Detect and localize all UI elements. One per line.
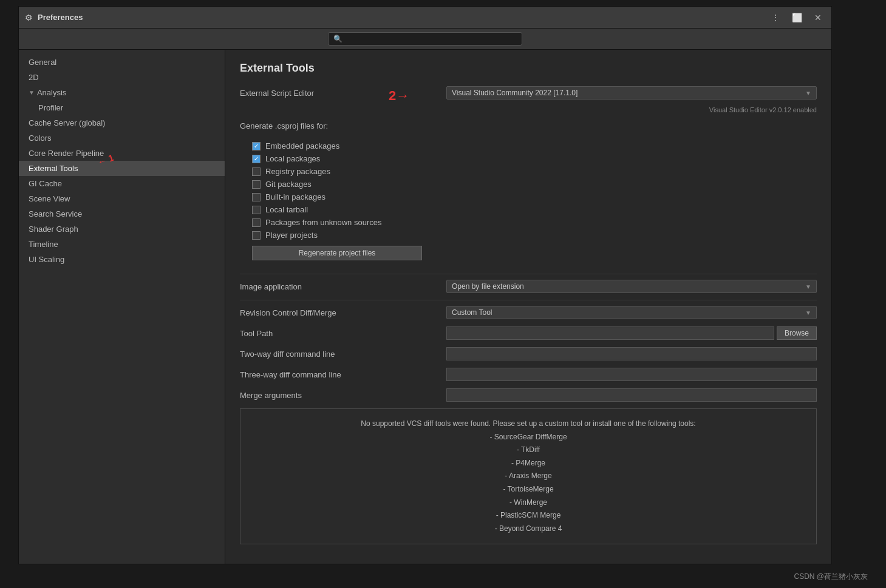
- merge-row: Merge arguments: [240, 388, 817, 402]
- revision-value: Custom Tool: [452, 308, 492, 317]
- search-bar: 🔍: [19, 29, 831, 50]
- sidebar-label-search-service: Search Service: [29, 209, 82, 218]
- sidebar-item-colors[interactable]: Colors: [19, 130, 225, 146]
- main-area: General 2D ▼ Analysis Profiler Cache Ser…: [19, 50, 831, 564]
- three-way-input[interactable]: [446, 368, 817, 381]
- sidebar-item-gi-cache[interactable]: GI Cache: [19, 176, 225, 191]
- menu-button[interactable]: ⋮: [768, 12, 783, 24]
- sidebar-item-2d[interactable]: 2D: [19, 70, 225, 85]
- check-icon: ✓: [254, 155, 259, 162]
- title-bar: ⚙ Preferences ⋮ ⬜ ✕: [19, 7, 831, 29]
- image-app-dropdown[interactable]: Open by file extension ▼: [446, 280, 817, 293]
- window-controls: ⋮ ⬜ ✕: [768, 12, 825, 24]
- revision-label: Revision Control Diff/Merge: [240, 308, 446, 317]
- info-text: No supported VCS diff tools were found. …: [253, 417, 804, 431]
- checkbox-local-row: ✓ Local packages: [240, 154, 817, 163]
- divider-2: [240, 300, 817, 300]
- checkbox-player-row: Player projects: [240, 231, 817, 240]
- checkbox-unknown[interactable]: [252, 218, 261, 227]
- close-button[interactable]: ✕: [811, 12, 825, 24]
- tool-list-item-5: - WinMerge: [253, 496, 804, 510]
- sidebar-item-search-service[interactable]: Search Service: [19, 206, 225, 221]
- check-icon: ✓: [254, 143, 259, 149]
- two-way-row: Two-way diff command line: [240, 346, 817, 361]
- checkbox-registry[interactable]: [252, 167, 261, 176]
- search-input[interactable]: [346, 35, 517, 43]
- sidebar-item-profiler[interactable]: Profiler: [19, 100, 225, 115]
- sidebar-label-scene-view: Scene View: [29, 194, 70, 203]
- two-way-control: [446, 347, 817, 360]
- merge-control: [446, 388, 817, 402]
- window-title: Preferences: [38, 13, 768, 22]
- browse-button[interactable]: Browse: [777, 326, 817, 340]
- search-icon: 🔍: [333, 35, 342, 43]
- checkbox-tarball[interactable]: [252, 206, 261, 214]
- checkbox-builtin-row: Built-in packages: [240, 192, 817, 201]
- tool-list-item-4: - TortoiseMerge: [253, 483, 804, 496]
- editor-hint: Visual Studio Editor v2.0.12 enabled: [240, 106, 817, 113]
- sidebar-label-cache-server: Cache Server (global): [29, 118, 105, 127]
- checkbox-builtin-label: Built-in packages: [265, 192, 448, 201]
- sidebar-item-cache-server[interactable]: Cache Server (global): [19, 115, 225, 130]
- sidebar-item-ui-scaling[interactable]: UI Scaling: [19, 252, 225, 267]
- two-way-input[interactable]: [446, 347, 817, 360]
- sidebar-label-analysis: Analysis: [37, 88, 66, 97]
- image-app-row: Image application Open by file extension…: [240, 279, 817, 294]
- two-way-label: Two-way diff command line: [240, 350, 446, 359]
- image-app-control: Open by file extension ▼: [446, 280, 817, 293]
- merge-input[interactable]: [446, 388, 817, 402]
- sidebar-label-gi-cache: GI Cache: [29, 179, 62, 188]
- regenerate-button[interactable]: Regenerate project files: [252, 246, 422, 260]
- external-script-editor-control: Visual Studio Community 2022 [17.1.0] ▼: [446, 86, 817, 100]
- external-script-editor-dropdown[interactable]: Visual Studio Community 2022 [17.1.0] ▼: [446, 86, 817, 100]
- dropdown-arrow-icon-2: ▼: [805, 283, 811, 290]
- revision-row: Revision Control Diff/Merge Custom Tool …: [240, 305, 817, 320]
- tool-list-item-1: - TkDiff: [253, 444, 804, 457]
- gear-icon: ⚙: [25, 13, 33, 22]
- image-app-value: Open by file extension: [452, 282, 524, 291]
- tool-list-item-3: - Araxis Merge: [253, 470, 804, 483]
- sidebar-item-analysis[interactable]: ▼ Analysis: [19, 85, 225, 100]
- sidebar-item-timeline[interactable]: Timeline: [19, 237, 225, 252]
- content-area: External Tools External Script Editor Vi…: [225, 50, 831, 564]
- revision-control: Custom Tool ▼: [446, 306, 817, 319]
- sidebar-label-profiler: Profiler: [38, 103, 63, 112]
- info-box: No supported VCS diff tools were found. …: [240, 408, 817, 544]
- three-way-label: Three-way diff command line: [240, 370, 446, 379]
- checkbox-embedded-label: Embedded packages: [265, 141, 448, 150]
- three-way-row: Three-way diff command line: [240, 367, 817, 382]
- sidebar-item-external-tools[interactable]: External Tools: [19, 161, 225, 176]
- generate-section: Generate .csproj files for: ✓ Embedded p…: [240, 121, 817, 266]
- dropdown-arrow-icon-3: ▼: [805, 309, 811, 316]
- checkbox-embedded[interactable]: ✓: [252, 142, 261, 150]
- checkbox-registry-row: Registry packages: [240, 167, 817, 176]
- sidebar-label-ui-scaling: UI Scaling: [29, 255, 64, 264]
- checkbox-player[interactable]: [252, 231, 261, 240]
- watermark: CSDN @荷兰猪小灰灰: [794, 572, 868, 582]
- maximize-button[interactable]: ⬜: [788, 12, 806, 24]
- external-script-editor-label: External Script Editor: [240, 89, 446, 98]
- checkbox-registry-label: Registry packages: [265, 167, 448, 176]
- generate-label-row: Generate .csproj files for:: [240, 121, 817, 135]
- sidebar-label-colors: Colors: [29, 133, 52, 143]
- revision-dropdown[interactable]: Custom Tool ▼: [446, 306, 817, 319]
- checkbox-local[interactable]: ✓: [252, 155, 261, 163]
- tool-path-input[interactable]: [446, 326, 774, 340]
- checkbox-embedded-row: ✓ Embedded packages: [240, 141, 817, 150]
- sidebar-item-shader-graph[interactable]: Shader Graph: [19, 221, 225, 237]
- sidebar-item-core-render[interactable]: Core Render Pipeline: [19, 146, 225, 161]
- checkbox-unknown-row: Packages from unknown sources: [240, 218, 817, 227]
- chevron-down-icon: ▼: [29, 89, 35, 96]
- checkbox-git[interactable]: [252, 180, 261, 189]
- tool-list-item-7: - Beyond Compare 4: [253, 522, 804, 536]
- page-title: External Tools: [240, 62, 817, 75]
- preferences-window: ⚙ Preferences ⋮ ⬜ ✕ 🔍 General 2D ▼ Analy…: [18, 6, 832, 564]
- tool-path-row: Tool Path Browse: [240, 326, 817, 340]
- external-script-editor-value: Visual Studio Community 2022 [17.1.0]: [452, 89, 578, 97]
- checkbox-git-label: Git packages: [265, 180, 448, 189]
- sidebar-item-scene-view[interactable]: Scene View: [19, 191, 225, 206]
- sidebar-item-general[interactable]: General: [19, 55, 225, 70]
- checkbox-builtin[interactable]: [252, 193, 261, 201]
- sidebar-label-core-render: Core Render Pipeline: [29, 149, 104, 158]
- checkbox-tarball-label: Local tarball: [265, 205, 448, 214]
